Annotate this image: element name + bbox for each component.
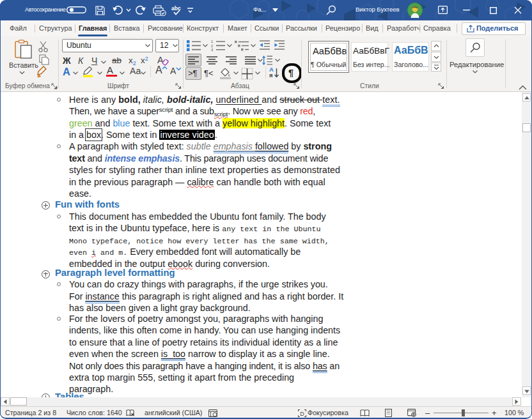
svg-text:D: D bbox=[300, 410, 304, 416]
svg-text:1: 1 bbox=[211, 40, 213, 43]
svg-text:2: 2 bbox=[211, 44, 213, 48]
svg-text:3: 3 bbox=[211, 48, 213, 51]
